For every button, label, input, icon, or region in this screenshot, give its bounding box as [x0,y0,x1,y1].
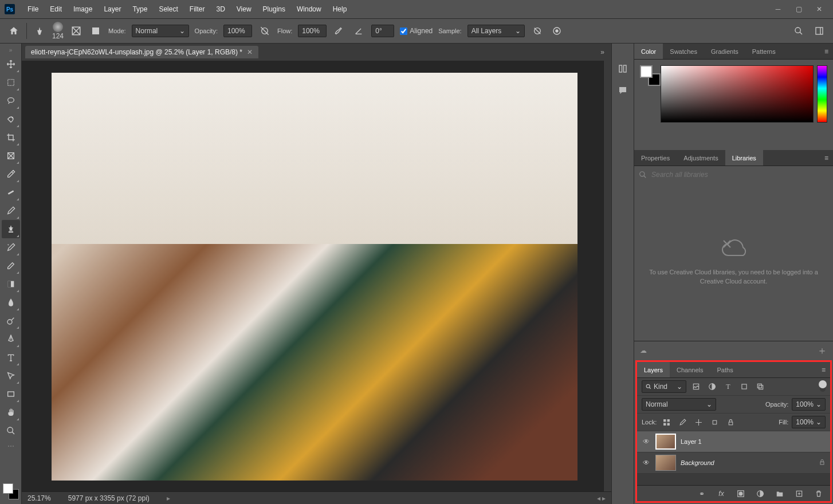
add-library-icon[interactable]: ＋ [817,344,827,357]
lock-transparent-icon[interactable] [660,416,673,428]
brush-tool[interactable] [2,202,20,220]
tab-adjustments[interactable]: Adjustments [677,150,725,166]
healing-brush-tool[interactable] [2,183,20,202]
zoom-level[interactable]: 25.17% [27,494,51,502]
sample-select[interactable]: All Layers [467,25,525,37]
tab-paths[interactable]: Paths [710,362,740,377]
visibility-icon[interactable]: 👁 [642,438,651,446]
tab-overflow-icon[interactable]: » [600,48,608,56]
tab-libraries[interactable]: Libraries [725,150,763,166]
adjustment-layer-icon[interactable] [755,490,766,498]
panel-menu-icon[interactable]: ≡ [820,154,833,162]
menu-file[interactable]: File [22,3,44,15]
close-tab-icon[interactable]: ✕ [247,48,253,56]
blur-tool[interactable] [2,293,20,312]
frame-tool[interactable] [2,147,20,165]
tab-patterns[interactable]: Patterns [745,44,783,59]
canvas[interactable] [22,61,603,491]
lock-pixels-icon[interactable] [676,416,689,428]
minimize-button[interactable]: ─ [769,3,787,15]
eraser-tool[interactable] [2,257,20,275]
link-layers-icon[interactable]: ⚭ [696,490,708,498]
path-select-tool[interactable] [2,367,20,385]
filter-type-icon[interactable]: T [722,380,734,393]
menu-3d[interactable]: 3D [210,3,230,15]
visibility-icon[interactable]: 👁 [642,459,651,467]
airbrush-icon[interactable] [332,24,346,38]
delete-layer-icon[interactable] [813,490,824,498]
menu-view[interactable]: View [231,3,257,15]
tab-swatches[interactable]: Swatches [663,44,704,59]
menu-window[interactable]: Window [291,3,327,15]
filter-shape-icon[interactable] [738,380,751,393]
panel-fg-color[interactable] [640,65,653,78]
layer-opacity-input[interactable]: 100%⌄ [792,398,826,411]
clone-stamp-tool[interactable] [2,220,20,238]
menu-plugins[interactable]: Plugins [257,3,291,15]
menu-layer[interactable]: Layer [98,3,127,15]
type-tool[interactable] [2,348,20,367]
layer-name[interactable]: Background [681,459,714,466]
group-icon[interactable] [774,490,785,498]
history-panel-icon[interactable] [615,61,631,77]
menu-type[interactable]: Type [127,3,153,15]
quick-select-tool[interactable] [2,110,20,128]
filter-adjust-icon[interactable] [706,380,718,393]
workspace-icon[interactable] [812,24,826,38]
close-button[interactable]: ✕ [810,3,828,15]
flow-input[interactable]: 100% [298,25,327,37]
tab-channels[interactable]: Channels [670,362,710,377]
search-icon[interactable] [792,24,806,38]
fx-icon[interactable]: fx [716,490,727,498]
tab-layers[interactable]: Layers [637,362,670,377]
menu-filter[interactable]: Filter [184,3,211,15]
layer-thumbnail[interactable] [655,434,676,450]
layer-blend-select[interactable]: Normal⌄ [642,398,716,411]
panel-menu-icon[interactable]: ≡ [820,48,833,56]
ignore-adjustment-icon[interactable] [531,24,544,38]
layer-name[interactable]: Layer 1 [681,438,702,445]
move-tool[interactable] [2,55,20,73]
pressure-size-icon[interactable] [550,24,564,38]
fill-input[interactable]: 100%⌄ [792,416,826,428]
layer-row[interactable]: 👁 Background [637,452,830,474]
home-icon[interactable] [7,24,21,38]
lock-all-icon[interactable] [724,416,737,428]
history-brush-tool[interactable] [2,238,20,257]
gradient-tool[interactable] [2,275,20,293]
pressure-opacity-icon[interactable] [258,24,272,38]
menu-edit[interactable]: Edit [44,3,68,15]
panel-menu-icon[interactable]: ≡ [817,366,830,374]
fg-color-swatch[interactable] [3,483,13,494]
new-layer-icon[interactable] [793,490,805,498]
menu-image[interactable]: Image [68,3,98,15]
toggle-brush-panel-icon[interactable] [69,24,83,38]
layer-row[interactable]: 👁 Layer 1 [637,431,830,452]
lock-artboard-icon[interactable] [708,416,721,428]
filter-toggle[interactable] [820,381,826,392]
lasso-tool[interactable] [2,92,20,110]
dodge-tool[interactable] [2,312,20,330]
cloud-sync-icon[interactable]: ☁︎ [640,346,647,355]
menu-help[interactable]: Help [327,3,353,15]
vertical-scrollbar[interactable] [603,61,611,491]
library-search-input[interactable] [651,171,828,179]
aligned-checkbox[interactable]: Aligned [400,27,433,35]
zoom-tool[interactable] [2,422,20,440]
lock-position-icon[interactable] [692,416,705,428]
layer-filter-select[interactable]: Kind⌄ [642,380,686,393]
tab-gradients[interactable]: Gradients [704,44,745,59]
pen-tool[interactable] [2,330,20,348]
mask-icon[interactable] [735,490,746,498]
hand-tool[interactable] [2,403,20,422]
hue-slider[interactable] [817,65,827,123]
maximize-button[interactable]: ▢ [789,3,808,15]
color-swatches[interactable] [3,483,19,499]
brush-preview[interactable]: 124 [52,22,64,40]
clone-source-icon[interactable] [89,24,103,38]
panel-color-swatches[interactable] [640,65,657,82]
color-field[interactable] [661,65,814,123]
layer-thumbnail[interactable] [655,455,676,471]
rect-marquee-tool[interactable] [2,73,20,92]
angle-icon[interactable] [352,24,366,38]
